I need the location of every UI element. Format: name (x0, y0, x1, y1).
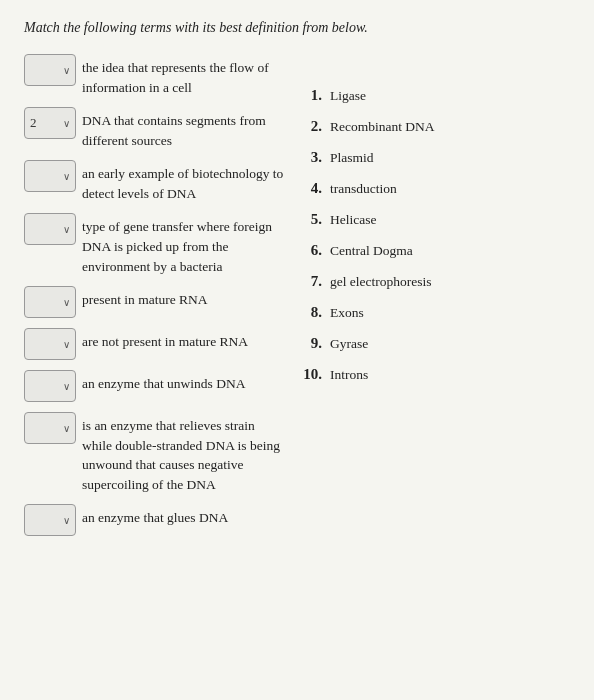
chevron-down-icon-9: ∨ (63, 515, 70, 526)
term-dropdown-3[interactable]: ∨ (24, 160, 76, 192)
definition-row-8: 8.Exons (300, 301, 570, 324)
chevron-down-icon-8: ∨ (63, 423, 70, 434)
dropdown-value-2: 2 (30, 115, 37, 131)
term-text-1: the idea that represents the flow of inf… (82, 54, 284, 97)
definition-number-6: 6. (300, 242, 322, 259)
chevron-down-icon-5: ∨ (63, 297, 70, 308)
term-row-6: ∨are not present in mature RNA (24, 328, 284, 360)
definition-row-4: 4.transduction (300, 177, 570, 200)
definition-row-3: 3.Plasmid (300, 146, 570, 169)
term-text-2: DNA that contains segments from differen… (82, 107, 284, 150)
definition-number-5: 5. (300, 211, 322, 228)
definition-number-7: 7. (300, 273, 322, 290)
left-column: ∨the idea that represents the flow of in… (24, 54, 284, 536)
definition-row-2: 2.Recombinant DNA (300, 115, 570, 138)
term-row-2: 2∨DNA that contains segments from differ… (24, 107, 284, 150)
definition-text-9: Gyrase (330, 336, 368, 352)
term-dropdown-9[interactable]: ∨ (24, 504, 76, 536)
term-row-3: ∨an early example of biotechnology to de… (24, 160, 284, 203)
definition-number-4: 4. (300, 180, 322, 197)
definition-row-7: 7.gel electrophoresis (300, 270, 570, 293)
chevron-down-icon-4: ∨ (63, 224, 70, 235)
definition-text-2: Recombinant DNA (330, 119, 435, 135)
definition-text-8: Exons (330, 305, 364, 321)
term-row-8: ∨is an enzyme that relieves strain while… (24, 412, 284, 494)
definition-text-5: Helicase (330, 212, 376, 228)
instructions: Match the following terms with its best … (24, 20, 570, 36)
definition-row-6: 6.Central Dogma (300, 239, 570, 262)
definition-text-10: Introns (330, 367, 368, 383)
definition-number-9: 9. (300, 335, 322, 352)
definition-row-9: 9.Gyrase (300, 332, 570, 355)
term-dropdown-1[interactable]: ∨ (24, 54, 76, 86)
term-row-9: ∨an enzyme that glues DNA (24, 504, 284, 536)
term-row-4: ∨type of gene transfer where foreign DNA… (24, 213, 284, 276)
definition-text-6: Central Dogma (330, 243, 413, 259)
definition-text-1: Ligase (330, 88, 366, 104)
term-row-7: ∨an enzyme that unwinds DNA (24, 370, 284, 402)
term-dropdown-6[interactable]: ∨ (24, 328, 76, 360)
main-layout: ∨the idea that represents the flow of in… (24, 54, 570, 536)
term-dropdown-4[interactable]: ∨ (24, 213, 76, 245)
definition-row-5: 5.Helicase (300, 208, 570, 231)
term-text-4: type of gene transfer where foreign DNA … (82, 213, 284, 276)
definition-text-7: gel electrophoresis (330, 274, 432, 290)
term-text-5: present in mature RNA (82, 286, 208, 310)
term-text-7: an enzyme that unwinds DNA (82, 370, 245, 394)
definition-row-10: 10.Introns (300, 363, 570, 386)
term-text-3: an early example of biotechnology to det… (82, 160, 284, 203)
term-dropdown-7[interactable]: ∨ (24, 370, 76, 402)
chevron-down-icon-2: ∨ (63, 118, 70, 129)
definition-number-3: 3. (300, 149, 322, 166)
term-text-8: is an enzyme that relieves strain while … (82, 412, 284, 494)
definition-row-1: 1.Ligase (300, 84, 570, 107)
definition-number-1: 1. (300, 87, 322, 104)
chevron-down-icon-1: ∨ (63, 65, 70, 76)
term-text-6: are not present in mature RNA (82, 328, 248, 352)
term-row-5: ∨present in mature RNA (24, 286, 284, 318)
definition-number-8: 8. (300, 304, 322, 321)
definition-text-4: transduction (330, 181, 397, 197)
chevron-down-icon-3: ∨ (63, 171, 70, 182)
term-text-9: an enzyme that glues DNA (82, 504, 228, 528)
definition-number-10: 10. (300, 366, 322, 383)
term-row-1: ∨the idea that represents the flow of in… (24, 54, 284, 97)
term-dropdown-2[interactable]: 2∨ (24, 107, 76, 139)
term-dropdown-5[interactable]: ∨ (24, 286, 76, 318)
chevron-down-icon-7: ∨ (63, 381, 70, 392)
term-dropdown-8[interactable]: ∨ (24, 412, 76, 444)
right-column: 1.Ligase2.Recombinant DNA3.Plasmid4.tran… (300, 54, 570, 536)
chevron-down-icon-6: ∨ (63, 339, 70, 350)
definition-text-3: Plasmid (330, 150, 374, 166)
definition-number-2: 2. (300, 118, 322, 135)
